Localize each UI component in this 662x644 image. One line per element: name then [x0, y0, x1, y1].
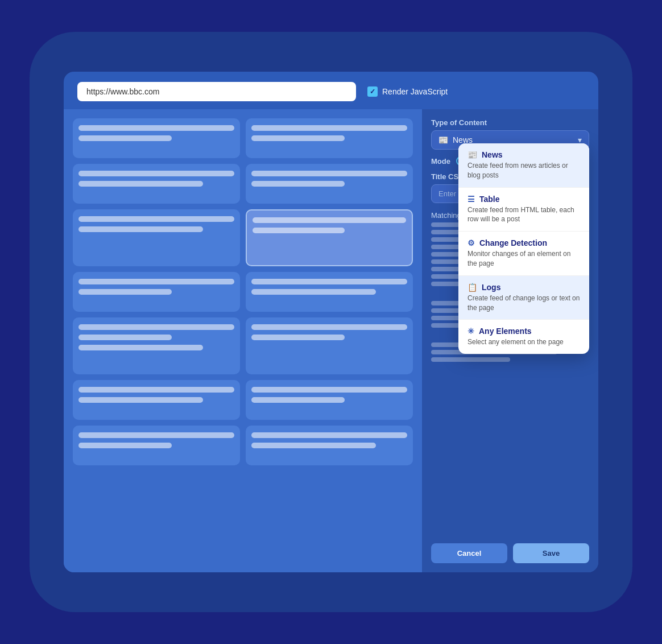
any-elements-menu-icon: ✳	[467, 327, 474, 336]
card-line	[78, 226, 203, 232]
bottom-buttons: Cancel Save	[431, 536, 589, 563]
card-line	[251, 387, 407, 393]
card-line	[78, 216, 234, 222]
card-line	[78, 289, 172, 295]
card-5	[73, 209, 240, 266]
news-menu-icon: 📰	[467, 150, 477, 159]
render-js-checkbox[interactable]	[367, 86, 378, 97]
save-button[interactable]: Save	[513, 543, 589, 563]
url-input[interactable]: https://www.bbc.com	[77, 82, 356, 101]
card-line	[251, 335, 345, 340]
dropdown-any-label: Any Elements	[479, 327, 532, 336]
browser-preview	[64, 109, 422, 572]
card-line	[251, 289, 376, 295]
card-line	[78, 171, 234, 176]
dropdown-logs-label: Logs	[482, 283, 500, 292]
card-line	[78, 279, 234, 284]
dropdown-news-label: News	[482, 150, 503, 159]
card-line	[78, 397, 203, 403]
cancel-button[interactable]: Cancel	[431, 543, 507, 563]
type-dropdown-menu: 📰 News Create feed from news articles or…	[458, 143, 589, 354]
url-row: https://www.bbc.com Render JavaScript	[64, 72, 598, 109]
card-7	[73, 272, 240, 312]
dropdown-news-desc: Create feed from news articles or blog p…	[467, 161, 580, 180]
card-12	[246, 380, 413, 420]
settings-panel: Type of Content 📰 News ▾ Mode Au Title C…	[422, 109, 598, 572]
card-6-highlighted[interactable]	[246, 209, 413, 266]
card-line	[251, 279, 407, 284]
card-2	[246, 118, 413, 158]
dropdown-item-change-detection[interactable]: ⚙ Change Detection Monitor changes of an…	[458, 232, 589, 276]
dropdown-item-any-elements[interactable]: ✳ Any Elements Select any element on the…	[458, 320, 589, 354]
card-line	[78, 324, 234, 330]
card-line	[251, 324, 407, 330]
dropdown-change-desc: Monitor changes of an element on the pag…	[467, 249, 580, 269]
render-js-row: Render JavaScript	[367, 86, 448, 97]
card-line	[78, 135, 172, 141]
card-line	[251, 171, 407, 176]
logs-menu-icon: 📋	[467, 283, 477, 292]
card-10	[246, 317, 413, 374]
render-js-label: Render JavaScript	[382, 87, 448, 96]
card-line	[78, 335, 172, 340]
dropdown-item-news[interactable]: 📰 News Create feed from news articles or…	[458, 143, 589, 188]
dropdown-table-label: Table	[479, 195, 500, 204]
card-4	[246, 164, 413, 204]
card-11	[73, 380, 240, 420]
card-line	[251, 181, 345, 187]
table-menu-icon: ☰	[467, 195, 475, 204]
card-line	[251, 125, 407, 131]
dropdown-item-logs[interactable]: 📋 Logs Create feed of change logs or tex…	[458, 276, 589, 320]
news-icon: 📰	[438, 135, 448, 145]
content-area: Type of Content 📰 News ▾ Mode Au Title C…	[64, 109, 598, 572]
card-line	[253, 228, 345, 233]
card-13	[73, 426, 240, 465]
mode-label: Mode	[431, 157, 450, 166]
change-detection-menu-icon: ⚙	[467, 238, 475, 247]
dropdown-table-desc: Create feed from HTML table, each row wi…	[467, 205, 580, 225]
preview-line	[431, 357, 510, 362]
dropdown-change-label: Change Detection	[479, 238, 547, 247]
card-line	[78, 443, 172, 448]
outer-container: https://www.bbc.com Render JavaScript	[30, 32, 632, 612]
card-line	[78, 125, 234, 131]
dropdown-item-table[interactable]: ☰ Table Create feed from HTML table, eac…	[458, 188, 589, 232]
card-line	[78, 387, 234, 393]
card-3	[73, 164, 240, 204]
card-line	[251, 397, 345, 403]
card-line	[78, 432, 234, 438]
card-line	[78, 345, 203, 350]
card-line	[251, 443, 376, 448]
card-14	[246, 426, 413, 465]
card-8	[246, 272, 413, 312]
type-content-label: Type of Content	[431, 118, 589, 127]
dropdown-logs-desc: Create feed of change logs or text on th…	[467, 294, 580, 313]
card-9	[73, 317, 240, 374]
app-container: https://www.bbc.com Render JavaScript	[64, 72, 598, 572]
card-1	[73, 118, 240, 158]
card-line	[251, 432, 407, 438]
card-line	[78, 181, 203, 187]
dropdown-any-desc: Select any element on the page	[467, 337, 580, 347]
card-line	[253, 217, 406, 223]
card-line	[251, 135, 345, 141]
